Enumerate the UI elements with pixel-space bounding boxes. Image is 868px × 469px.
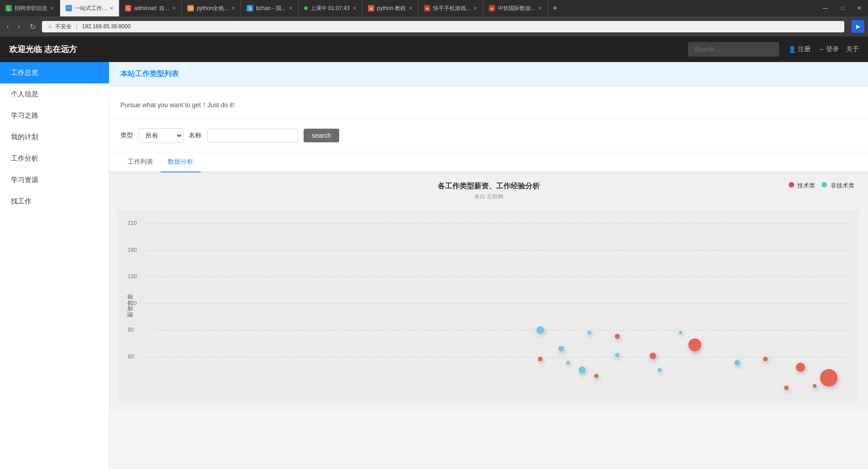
tab-close-7[interactable]: ✕ [408,5,413,11]
chart-inner: 2101801501209060 [146,214,850,383]
y-tick: 210 [128,220,137,226]
forward-button[interactable]: › [15,21,23,32]
window-controls: — □ ✕ [816,0,868,16]
favicon-4: On [187,5,194,11]
tab-bzhan[interactable]: b bzhan - 国... ✕ [241,0,298,16]
main-content: 本站工作类型列表 Pursue what you want to get！Jus… [109,62,868,469]
tab-label-5: bzhan - 国... [256,5,285,12]
scatter-dot [615,334,620,339]
tab-yizhan[interactable]: 一 一站式工作... ✕ [60,0,119,16]
ext-cast[interactable]: ▶ [852,20,864,33]
sidebar-item-learning-path[interactable]: 学习之路 [0,105,109,126]
register-button[interactable]: 👤 注册 [788,45,811,53]
tab-close-1[interactable]: ✕ [50,5,54,11]
browser-chrome: L 招聘求职信息 ✕ 一 一站式工作... ✕ G adminset: 自...… [0,0,868,36]
sidebar-item-job-analysis[interactable]: 工作分析 [0,148,109,169]
about-label: 关于 [846,45,859,53]
tab-close-8[interactable]: ✕ [473,5,477,11]
scatter-dot [796,363,805,372]
tab-label-9: 中软国际数据... [498,5,535,12]
tab-kuaishou[interactable]: ※ 快手手机游戏... ✕ [418,0,483,16]
tab-close-5[interactable]: ✕ [289,5,293,11]
legend-dot-tech [789,182,794,188]
address-separator: | [76,23,78,30]
tab-label-4: python全栈... [196,5,228,12]
sidebar-item-learning-resources[interactable]: 学习资源 [0,169,109,191]
header-search-input[interactable] [688,42,779,57]
sidebar-item-my-plan[interactable]: 我的计划 [0,126,109,148]
register-label: 注册 [798,45,811,53]
favicon-3: G [125,5,131,11]
close-button[interactable]: ✕ [851,0,868,16]
subtitle-row: Pursue what you want to get！Just do it! [109,87,868,119]
scatter-dot [588,331,591,334]
type-filter-label: 类型 [120,131,133,140]
tab-close-9[interactable]: ✕ [538,5,542,11]
type-filter-select[interactable]: 所有 技术类 非技术类 [139,128,183,143]
page-subtitle: Pursue what you want to get！Just do it! [120,98,857,113]
app-logo: 欢迎光临 志在远方 [9,44,688,55]
legend-tech: 技术类 [789,182,816,190]
warning-icon: ⚠ [47,23,52,30]
new-tab-button[interactable]: + [548,0,562,16]
sidebar-item-find-job[interactable]: 找工作 [0,191,109,212]
live-dot [304,6,308,10]
scatter-dot [615,353,620,357]
tab-job-info[interactable]: L 招聘求职信息 ✕ [0,0,60,16]
scatter-dot [538,357,542,361]
grid-line [146,250,850,250]
scatter-dot [688,339,701,351]
scatter-dot [813,384,816,388]
favicon-9: ※ [489,5,495,11]
scatter-dot [679,331,682,334]
tabs-row: 工作列表 数据分析 [109,152,868,172]
chart-container: 各工作类型薪资、工作经验分析 来自-互联网 技术类 非技术类 薪资方差 2101… [109,172,868,411]
minimize-button[interactable]: — [816,0,835,16]
tab-close-6[interactable]: ✕ [352,5,356,11]
favicon-2: 一 [66,5,72,11]
tab-bar: L 招聘求职信息 ✕ 一 一站式工作... ✕ G adminset: 自...… [0,0,868,16]
reload-button[interactable]: ↻ [27,21,38,33]
back-button[interactable]: ‹ [4,21,11,32]
address-bar[interactable]: ⚠ 不安全 | 192.168.65.39:8000 [42,21,844,32]
y-tick: 180 [128,247,137,253]
y-tick: 150 [128,273,137,280]
about-button[interactable]: 关于 [846,45,859,53]
grid-line [146,357,850,357]
tab-job-list[interactable]: 工作列表 [120,152,160,172]
login-button[interactable]: → 登录 [818,45,839,53]
favicon-1: L [5,5,12,11]
tab-class[interactable]: 上课中 01:07:43 ✕ [299,0,362,16]
tab-label-3: adminset: 自... [134,5,169,12]
sidebar-item-personal-info[interactable]: 个人信息 [0,83,109,105]
login-label: 登录 [826,45,839,53]
tab-close-2[interactable]: ✕ [109,5,114,11]
tab-python[interactable]: On python全栈... ✕ [182,0,241,16]
app-header: 欢迎光临 志在远方 👤 注册 → 登录 关于 [0,36,868,62]
tab-close-3[interactable]: ✕ [172,5,176,11]
tab-close-4[interactable]: ✕ [231,5,235,11]
tab-adminset[interactable]: G adminset: 自... ✕ [119,0,182,16]
sidebar-item-job-overview[interactable]: 工作总览 [0,62,109,83]
maximize-button[interactable]: □ [835,0,851,16]
grid-line [146,330,850,330]
tab-zhongru[interactable]: ※ 中软国际数据... ✕ [483,0,548,16]
tab-python-tutorial[interactable]: ※ python 教程 ✕ [362,0,418,16]
grid-line [146,223,850,224]
chart-title: 各工作类型薪资、工作经验分析 [119,182,859,191]
legend-nontech: 非技术类 [822,182,854,190]
name-filter-input[interactable] [207,129,298,142]
search-button[interactable]: search [304,129,339,142]
scatter-dot [784,386,789,390]
address-bar-row: ‹ › ↻ ⚠ 不安全 | 192.168.65.39:8000 ▶ [0,16,868,36]
y-tick: 60 [128,354,134,360]
legend-label-tech: 技术类 [797,182,815,189]
tab-data-analysis[interactable]: 数据分析 [160,152,201,172]
legend-dot-nontech [822,182,827,188]
page-header: 本站工作类型列表 [109,62,868,87]
legend-label-nontech: 非技术类 [831,182,854,189]
scatter-dot [820,369,837,386]
chart-legend: 技术类 非技术类 [789,182,854,190]
y-tick: 90 [128,327,134,333]
tab-label-1: 招聘求职信息 [15,5,47,12]
